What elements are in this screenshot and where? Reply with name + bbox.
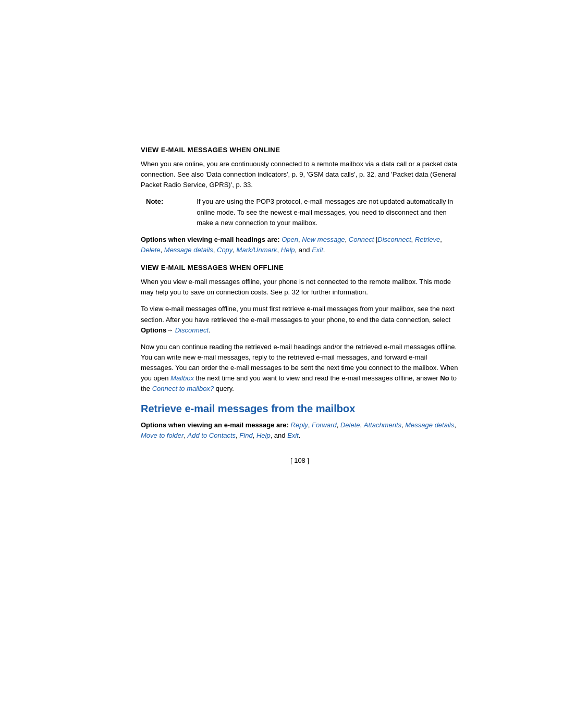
link-forward[interactable]: Forward	[312, 421, 337, 429]
note-text: If you are using the POP3 protocol, e-ma…	[165, 196, 459, 228]
link-message-details-retrieve[interactable]: Message details	[405, 421, 454, 429]
link-move-to-folder[interactable]: Move to folder	[141, 431, 183, 439]
section-offline: VIEW E-MAIL MESSAGES WHEN OFFLINE When y…	[141, 264, 459, 394]
note-label: Note:	[146, 196, 163, 228]
section-retrieve-options: Options when viewing an e-mail message a…	[141, 420, 459, 441]
link-open[interactable]: Open	[282, 236, 298, 243]
section-offline-para2: To view e-mail messages offline, you mus…	[141, 304, 459, 335]
section-offline-para3: Now you can continue reading the retriev…	[141, 342, 459, 394]
link-help-retrieve[interactable]: Help	[256, 431, 271, 439]
link-help[interactable]: Help	[281, 246, 295, 254]
section-offline-para1: When you view e-mail messages offline, y…	[141, 277, 459, 298]
link-disconnect-offline[interactable]: Disconnect	[175, 326, 209, 334]
link-copy[interactable]: Copy	[217, 246, 232, 254]
retrieve-heading: Retrieve e-mail messages from the mailbo…	[141, 403, 459, 415]
link-delete[interactable]: Delete	[141, 246, 161, 254]
link-disconnect[interactable]: Disconnect	[377, 236, 411, 243]
link-message-details[interactable]: Message details	[164, 246, 213, 254]
section-online: VIEW E-MAIL MESSAGES WHEN ONLINE When yo…	[141, 146, 459, 255]
link-exit-retrieve[interactable]: Exit	[287, 431, 299, 439]
page-number-area: [ 108 ]	[141, 456, 459, 464]
link-mailbox[interactable]: Mailbox	[170, 374, 194, 382]
link-new-message[interactable]: New message	[302, 236, 345, 243]
link-add-to-contacts[interactable]: Add to Contacts	[188, 431, 236, 439]
section-retrieve: Retrieve e-mail messages from the mailbo…	[141, 403, 459, 441]
link-delete-retrieve[interactable]: Delete	[340, 421, 360, 429]
page-number: [ 108 ]	[290, 456, 309, 464]
link-retrieve[interactable]: Retrieve	[415, 236, 440, 243]
note-block: Note: If you are using the POP3 protocol…	[141, 196, 459, 228]
link-find[interactable]: Find	[239, 431, 252, 439]
section-online-para1: When you are online, you are continuousl…	[141, 159, 459, 190]
no-bold: No	[440, 374, 449, 382]
link-mark-unmark[interactable]: Mark/Unmark	[237, 246, 277, 254]
section-online-options: Options when viewing e-mail headings are…	[141, 235, 459, 255]
section-offline-heading: VIEW E-MAIL MESSAGES WHEN OFFLINE	[141, 264, 459, 272]
link-connect-to-mailbox[interactable]: Connect to mailbox?	[152, 385, 214, 392]
options-bold-prefix: Options when viewing e-mail headings are…	[141, 236, 280, 243]
content-area: VIEW E-MAIL MESSAGES WHEN ONLINE When yo…	[0, 0, 563, 569]
retrieve-options-bold: Options when viewing an e-mail message a…	[141, 421, 289, 429]
link-connect[interactable]: Connect	[349, 236, 374, 243]
link-exit[interactable]: Exit	[312, 246, 323, 254]
link-attachments[interactable]: Attachments	[364, 421, 401, 429]
section-online-heading: VIEW E-MAIL MESSAGES WHEN ONLINE	[141, 146, 459, 154]
page: VIEW E-MAIL MESSAGES WHEN ONLINE When yo…	[0, 0, 563, 728]
options-arrow-label: Options→	[141, 326, 175, 334]
link-reply[interactable]: Reply	[291, 421, 308, 429]
